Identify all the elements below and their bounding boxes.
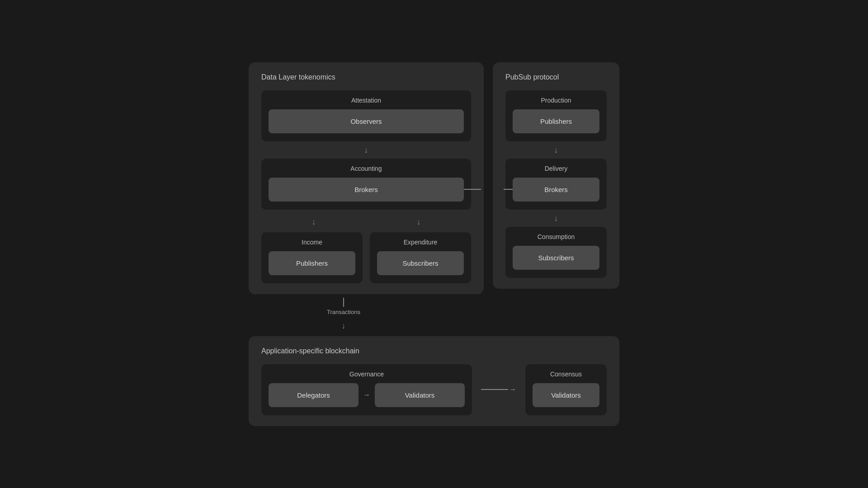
broker-connector-right-entry: [504, 189, 513, 190]
delegators-box: Delegators: [269, 383, 359, 407]
arrow-production-delivery: ↓: [505, 146, 607, 154]
data-layer-panel: Data Layer tokenomics Attestation Observ…: [249, 62, 484, 294]
delivery-title: Delivery: [513, 165, 599, 172]
income-expenditure-row: Income Publishers Expenditure Subscriber…: [261, 232, 471, 283]
transactions-connector: Transactions ↓: [327, 294, 360, 336]
main-diagram: Data Layer tokenomics Attestation Observ…: [249, 62, 619, 426]
observers-box: Observers: [269, 109, 464, 133]
split-arrows: ↓ ↓: [261, 213, 471, 230]
governance-inner: Delegators → Validators: [269, 383, 465, 407]
governance-to-consensus-connector: →: [481, 385, 516, 394]
long-arrow-line: [481, 389, 508, 390]
production-section: Production Publishers: [505, 90, 607, 141]
subscribers-right-box: Subscribers: [513, 246, 599, 270]
governance-section: Governance Delegators → Validators: [261, 364, 472, 415]
attestation-section: Attestation Observers: [261, 90, 471, 141]
governance-title: Governance: [269, 371, 465, 378]
broker-right-wrapper: Brokers: [513, 178, 599, 202]
blockchain-panel: Application-specific blockchain Governan…: [249, 336, 619, 426]
expenditure-title: Expenditure: [377, 239, 464, 246]
blockchain-title: Application-specific blockchain: [261, 347, 607, 355]
arrow-income: ↓: [312, 218, 316, 226]
arrow-attestation-accounting: ↓: [364, 146, 368, 154]
delegators-to-validators-arrow: →: [363, 391, 370, 399]
blockchain-content: Governance Delegators → Validators → Con…: [261, 364, 607, 415]
broker-horizontal-connector: [464, 189, 481, 190]
income-section: Income Publishers: [261, 232, 363, 283]
transactions-arrow: ↓: [342, 322, 346, 330]
delivery-section: Delivery Brokers: [505, 159, 607, 210]
validators-governance-box: Validators: [375, 383, 465, 407]
expenditure-section: Expenditure Subscribers: [370, 232, 471, 283]
consensus-title: Consensus: [533, 371, 599, 378]
consumption-title: Consumption: [513, 233, 599, 240]
arrow-expenditure: ↓: [417, 218, 421, 226]
income-title: Income: [269, 239, 355, 246]
pubsub-title: PubSub protocol: [505, 73, 607, 81]
consumption-section: Consumption Subscribers: [505, 227, 607, 278]
consensus-section: Consensus Validators: [525, 364, 607, 415]
long-arrow-head: →: [509, 385, 516, 394]
brokers-left-box: Brokers: [269, 178, 464, 202]
accounting-section: Accounting Brokers: [261, 159, 471, 210]
accounting-title: Accounting: [269, 165, 464, 172]
transactions-line-top: [343, 298, 344, 307]
production-title: Production: [513, 97, 599, 104]
publishers-right-box: Publishers: [513, 109, 599, 133]
transactions-label: Transactions: [327, 309, 360, 315]
pubsub-panel: PubSub protocol Production Publishers ↓ …: [493, 62, 619, 289]
validators-consensus-box: Validators: [533, 383, 599, 407]
brokers-right-box: Brokers: [513, 178, 599, 202]
data-layer-title: Data Layer tokenomics: [261, 73, 471, 81]
broker-row-left: Brokers: [269, 178, 464, 202]
attestation-title: Attestation: [269, 97, 464, 104]
publishers-left-box: Publishers: [269, 251, 355, 275]
subscribers-left-box: Subscribers: [377, 251, 464, 275]
arrow-delivery-consumption: ↓: [505, 214, 607, 222]
